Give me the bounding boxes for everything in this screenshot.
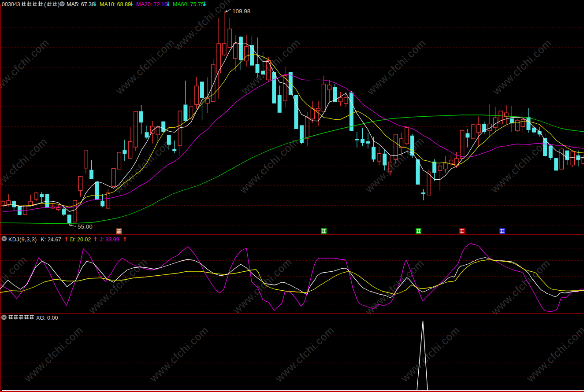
svg-text:D: 20.02: D: 20.02 xyxy=(70,237,91,243)
svg-text:KDJ(9,3,3): KDJ(9,3,3) xyxy=(8,237,37,243)
svg-text:): ) xyxy=(58,1,60,7)
svg-text:109.98: 109.98 xyxy=(232,8,250,15)
svg-text:J: 33.99: J: 33.99 xyxy=(100,237,119,243)
svg-text:55.00: 55.00 xyxy=(78,223,93,230)
svg-text:MA60: 75.75: MA60: 75.75 xyxy=(173,1,204,7)
svg-text:MA5: 67.38: MA5: 67.38 xyxy=(67,1,95,7)
svg-text:K: 24.67: K: 24.67 xyxy=(41,237,62,243)
svg-text:XG: 0.00: XG: 0.00 xyxy=(36,315,58,321)
svg-text:003043: 003043 xyxy=(2,1,20,7)
svg-text:MA10: 68.89: MA10: 68.89 xyxy=(100,1,131,7)
svg-text:MA20: 72.10: MA20: 72.10 xyxy=(136,1,167,7)
